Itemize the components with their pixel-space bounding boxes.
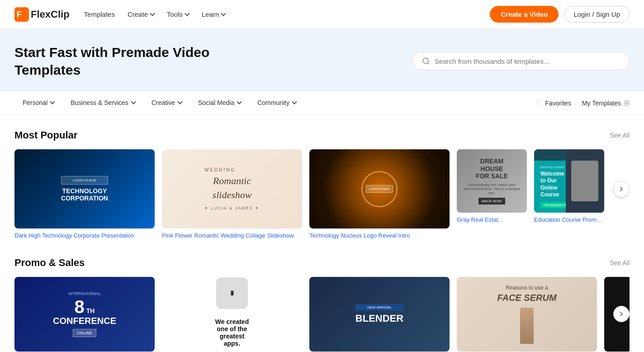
chevron-down-icon (150, 11, 155, 16)
nav-templates[interactable]: Templates (84, 10, 115, 18)
cat-right-actions: ♡ Favorites My Templates ⊞ (536, 99, 630, 107)
template-thumbnail: Reasons to use a FACE SERUM (457, 277, 597, 352)
nav-tools[interactable]: Tools (167, 10, 189, 18)
search-icon (422, 57, 430, 65)
template-card[interactable]: Reasons to use a FACE SERUM Reasons to u… (457, 277, 597, 352)
section-header-popular: Most Popular See All (14, 129, 630, 141)
nucleus-globe: LOGO PLACE (361, 171, 398, 207)
template-card[interactable]: DREAMHOUSEFOR SALE Extraordinary text. I… (457, 149, 527, 239)
main-nav: Templates Create Tools Learn (84, 10, 476, 18)
carousel-next-button[interactable] (613, 306, 630, 322)
template-name: Gray Real Estat... (457, 216, 527, 223)
wedding-names: ✦ LUCIA & JAMES ✦ (204, 206, 260, 210)
realestate-title: DREAMHOUSEFOR SALE (476, 157, 508, 180)
conference-badge: ONLINE (73, 329, 96, 337)
most-popular-title: Most Popular (14, 129, 77, 141)
promo-sales-section: Promo & Sales See All INTERNATIONAL 8 TH… (14, 257, 630, 352)
cat-personal[interactable]: Personal (14, 91, 62, 115)
search-bar (412, 52, 630, 70)
category-nav: Personal Business & Services Creative So… (0, 91, 644, 115)
realestate-sub: Extraordinary text. Insert your element … (462, 183, 521, 195)
section-header-promo: Promo & Sales See All (14, 257, 630, 269)
nav-create[interactable]: Create (128, 10, 154, 18)
blender-badge: NEW ARRIVAL (355, 304, 403, 311)
chevron-down-icon (50, 99, 55, 104)
blender-content: NEW ARRIVAL BLENDER (355, 304, 403, 324)
template-card[interactable]: WEDDING Romanticslideshow ✦ LUCIA & JAME… (162, 149, 302, 239)
main-content: Most Popular See All LOGO PLACE TECHNOLO… (0, 115, 644, 352)
template-thumbnail: WEDDING Romanticslideshow ✦ LUCIA & JAME… (162, 149, 302, 228)
promo-sales-title: Promo & Sales (14, 257, 85, 269)
svg-text:F: F (17, 10, 22, 19)
chevron-down-icon (237, 99, 242, 104)
chevron-down-icon (177, 99, 182, 104)
tech-logo: LOGO PLACE (61, 176, 108, 185)
serum-subtitle: Reasons to use a (497, 285, 556, 291)
logo-text: FlexClip (31, 9, 70, 20)
cat-creative[interactable]: Creative (143, 91, 190, 115)
logo[interactable]: F FlexClip (14, 7, 70, 22)
chevron-right-icon (618, 186, 625, 193)
template-card[interactable]: INTERNATIONAL 8 TH CONFERENCE ONLINE 8th… (14, 277, 155, 352)
template-card[interactable]: LOGO PLACE Technology Nucleus Logo Revea… (309, 149, 450, 239)
search-input[interactable] (435, 57, 620, 65)
chevron-down-icon (292, 99, 297, 104)
chevron-down-icon (221, 11, 226, 16)
wedding-label: WEDDING (204, 167, 260, 172)
template-card[interactable]: 📱 We createdone of thegreatestapps. We C… (162, 277, 302, 352)
conference-number: 8 (75, 298, 85, 316)
template-thumbnail: LOGO PLACE (309, 149, 450, 228)
app-thumbnail-img: 📱 (216, 277, 248, 309)
header-actions: Create a Video Login / Sign Up (490, 6, 630, 23)
template-name: Education Course Promotion (534, 216, 604, 223)
template-name: Pink Flower Romantic Wedding Collage Sli… (162, 232, 302, 239)
hero-section: Start Fast with Premade Video Templates (0, 29, 644, 91)
my-templates-button[interactable]: My Templates ⊞ (582, 99, 630, 107)
cat-social-media[interactable]: Social Media (190, 91, 249, 115)
wedding-title: Romanticslideshow (204, 174, 260, 202)
template-thumbnail: LOGO PLACE TECHNOLOGYCORPORATION (14, 149, 155, 228)
conference-th: TH (86, 307, 95, 314)
template-card[interactable]: BRAND NAME Welcome to Our Online Course … (534, 149, 604, 239)
serum-title: FACE SERUM (497, 293, 556, 303)
login-button[interactable]: Login / Sign Up (564, 6, 630, 23)
chevron-right-icon (618, 310, 625, 318)
header: F FlexClip Templates Create Tools Learn … (0, 0, 644, 29)
see-all-promo[interactable]: See All (610, 259, 630, 266)
stack-icon: ⊞ (624, 99, 630, 107)
app-text: We createdone of thegreatestapps. (211, 314, 253, 352)
carousel-next-button[interactable] (613, 181, 630, 197)
promo-sales-row: INTERNATIONAL 8 TH CONFERENCE ONLINE 8th… (14, 277, 630, 352)
tech-title: TECHNOLOGYCORPORATION (61, 187, 108, 202)
most-popular-row: LOGO PLACE TECHNOLOGYCORPORATION Dark Hi… (14, 149, 630, 239)
template-card[interactable]: LOGO PLACE TECHNOLOGYCORPORATION Dark Hi… (14, 149, 155, 239)
blender-title: BLENDER (355, 313, 403, 324)
conference-subtitle: INTERNATIONAL (68, 291, 100, 296)
serum-bottle (520, 308, 534, 344)
hero-title: Start Fast with Premade Video Templates (14, 43, 250, 79)
see-all-popular[interactable]: See All (610, 132, 630, 139)
chevron-down-icon (185, 11, 189, 16)
cat-community[interactable]: Community (249, 91, 304, 115)
template-thumbnail: INTERNATIONAL 8 TH CONFERENCE ONLINE (14, 277, 155, 352)
serum-text: Reasons to use a FACE SERUM (497, 285, 556, 303)
template-thumbnail: 📱 We createdone of thegreatestapps. (162, 277, 302, 352)
template-thumbnail: DREAMHOUSEFOR SALE Extraordinary text. I… (457, 149, 527, 213)
chevron-down-icon (131, 99, 136, 104)
nav-learn[interactable]: Learn (202, 10, 225, 18)
svg-line-3 (427, 62, 429, 64)
realestate-cta: BACK NOW (478, 198, 506, 205)
template-name: Dark High Technology Corporate Presentat… (14, 232, 155, 239)
template-thumbnail: BRAND NAME Welcome to Our Online Course … (534, 149, 604, 213)
template-name: Technology Nucleus Logo Reveal Intro (309, 232, 450, 239)
template-card[interactable]: NEW ARRIVAL BLENDER New Arrival Blender (309, 277, 450, 352)
conference-title: CONFERENCE (53, 316, 116, 326)
most-popular-section: Most Popular See All LOGO PLACE TECHNOLO… (14, 129, 630, 239)
favorites-button[interactable]: ♡ Favorites (536, 99, 571, 107)
create-video-button[interactable]: Create a Video (490, 6, 559, 23)
heart-icon: ♡ (536, 99, 542, 107)
template-thumbnail: NEW ARRIVAL BLENDER (309, 277, 450, 352)
cat-business-services[interactable]: Business & Services (62, 91, 143, 115)
